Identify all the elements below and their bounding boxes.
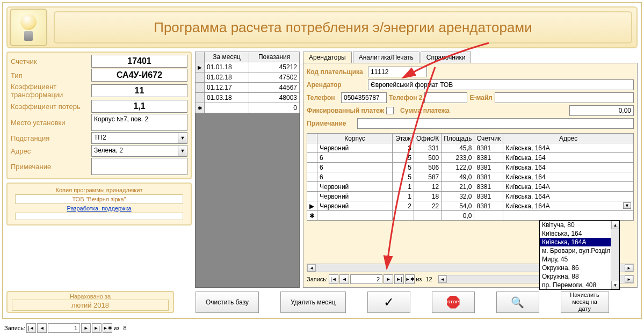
- field-type[interactable]: СА4У-И672: [91, 69, 187, 82]
- premises-cell[interactable]: 45,8: [442, 143, 474, 153]
- row-selector[interactable]: [307, 172, 317, 182]
- confirm-button[interactable]: ✓: [367, 292, 410, 313]
- premises-cell[interactable]: 3: [393, 143, 414, 153]
- footer-nav-current[interactable]: [48, 323, 80, 333]
- col-korpus[interactable]: Корпус: [317, 134, 393, 143]
- premises-cell[interactable]: 18: [414, 192, 442, 201]
- footer-nav-new[interactable]: ►✱: [103, 323, 112, 333]
- premises-cell[interactable]: Київська, 164А: [503, 143, 634, 153]
- readings-table[interactable]: За месяцПоказания ▶01.01.1845212 01.02.1…: [195, 52, 300, 113]
- premises-table[interactable]: Корпус Этаж Офис/К Площадь Счетчик Адрес…: [307, 133, 634, 221]
- premises-cell[interactable]: 331: [414, 143, 442, 153]
- premises-cell[interactable]: 587: [414, 172, 442, 182]
- premises-cell[interactable]: 2: [393, 201, 414, 211]
- nav-first-button[interactable]: |◄: [329, 274, 338, 284]
- accrual-period[interactable]: лютий 2018: [12, 300, 169, 311]
- col-office[interactable]: Офис/К: [414, 134, 442, 143]
- readings-cell[interactable]: 01.01.18: [205, 62, 249, 72]
- cell-dropdown-button[interactable]: ▼: [623, 202, 631, 209]
- premises-cell[interactable]: 54,0: [442, 201, 474, 211]
- premises-cell[interactable]: 12: [414, 182, 442, 192]
- field-koef-loss[interactable]: 1,1: [91, 100, 187, 113]
- readings-cell[interactable]: 44567: [249, 83, 300, 93]
- input-tenant-note[interactable]: [357, 118, 634, 129]
- premises-cell[interactable]: 49,0: [442, 172, 474, 182]
- col-address[interactable]: Адрес: [503, 134, 634, 143]
- nav-new-button[interactable]: ►✱: [405, 274, 415, 284]
- readings-cell[interactable]: 01.12.17: [205, 83, 249, 93]
- field-koef-trans[interactable]: 11: [91, 84, 187, 97]
- readings-cell[interactable]: 01.02.18: [205, 72, 249, 83]
- premises-cell[interactable]: Червоний: [317, 182, 393, 192]
- premises-cell[interactable]: 6: [317, 153, 393, 163]
- row-selector[interactable]: [307, 192, 317, 201]
- premises-cell[interactable]: 8381: [474, 163, 503, 172]
- readings-cell[interactable]: 0: [249, 103, 300, 113]
- col-value[interactable]: Показания: [249, 52, 300, 62]
- col-area[interactable]: Площадь: [442, 134, 474, 143]
- premises-cell[interactable]: Червоний: [317, 201, 393, 211]
- premises-cell[interactable]: Київська, 164: [503, 172, 634, 182]
- col-month[interactable]: За месяц: [205, 52, 249, 62]
- premises-cell[interactable]: 5: [393, 153, 414, 163]
- readings-cell[interactable]: 01.03.18: [205, 93, 249, 103]
- premises-cell[interactable]: 22: [414, 201, 442, 211]
- premises-cell[interactable]: 122,0: [442, 163, 474, 172]
- search-button[interactable]: 🔍: [496, 292, 539, 313]
- premises-cell[interactable]: 233,0: [442, 153, 474, 163]
- row-selector[interactable]: [307, 163, 317, 172]
- dropdown-item[interactable]: Київська, 164А: [540, 238, 619, 246]
- premises-cell[interactable]: 8381: [474, 182, 503, 192]
- premises-cell[interactable]: Червоний: [317, 192, 393, 201]
- footer-nav-next[interactable]: ►: [81, 323, 91, 333]
- footer-nav-prev[interactable]: ◄: [37, 323, 47, 333]
- input-email[interactable]: [495, 92, 634, 103]
- dropdown-item[interactable]: Окружна, 88: [540, 272, 619, 281]
- premises-cell[interactable]: 5: [393, 163, 414, 172]
- dropdown-item[interactable]: Миру, 45: [540, 255, 619, 264]
- checkbox-fixed-pay[interactable]: [386, 107, 394, 114]
- dropdown-item[interactable]: Окружна, 86: [540, 264, 619, 272]
- input-pay-sum[interactable]: [569, 105, 634, 116]
- tab-analytics[interactable]: Аналитика/Печать: [353, 52, 419, 63]
- tab-references[interactable]: Справочники: [421, 52, 472, 63]
- premises-cell[interactable]: 1: [393, 192, 414, 201]
- premises-cell[interactable]: 21,0: [442, 182, 474, 192]
- premises-cell[interactable]: 506: [414, 163, 442, 172]
- nav-next-button[interactable]: ►: [383, 274, 393, 284]
- col-meter[interactable]: Счетчик: [474, 134, 503, 143]
- premises-cell[interactable]: Червоний: [317, 143, 393, 153]
- footer-nav-last[interactable]: ►|: [92, 323, 102, 333]
- dropdown-item[interactable]: пр. Перемоги, 408: [540, 281, 619, 289]
- premises-cell[interactable]: 8381: [474, 192, 503, 201]
- scroll-right-icon[interactable]: ►: [625, 275, 633, 283]
- premises-cell[interactable]: 1: [393, 182, 414, 192]
- input-phone[interactable]: [341, 92, 387, 103]
- input-payer-code[interactable]: [368, 67, 427, 77]
- input-phone2[interactable]: [424, 92, 467, 103]
- tab-tenants[interactable]: Арендаторы: [303, 52, 352, 63]
- footer-nav-first[interactable]: |◄: [26, 323, 36, 333]
- dropdown-item[interactable]: Київська, 164: [540, 229, 619, 238]
- field-location[interactable]: Корпус №7, пов. 2: [91, 114, 187, 131]
- dd-scroll-up[interactable]: ▲: [611, 221, 619, 229]
- dropdown-item[interactable]: м. Бровари, вул.Розділ: [540, 246, 619, 255]
- substation-dropdown-button[interactable]: ▼: [178, 132, 187, 144]
- premises-cell[interactable]: 6: [317, 172, 393, 182]
- premises-cell[interactable]: 0,0: [442, 211, 474, 221]
- premises-cell[interactable]: 8381: [474, 201, 503, 211]
- field-counter[interactable]: 17401: [91, 55, 187, 68]
- premises-cell[interactable]: 8381: [474, 153, 503, 163]
- premises-cell[interactable]: Київська, 164: [503, 153, 634, 163]
- field-substation[interactable]: ТП2: [91, 132, 178, 144]
- calc-month-button[interactable]: Начислить месяц на дату: [561, 292, 609, 313]
- row-selector[interactable]: [307, 153, 317, 163]
- stop-button[interactable]: STOP: [432, 292, 475, 313]
- premises-cell[interactable]: Київська, 164А: [503, 182, 634, 192]
- address-dropdown-button[interactable]: ▼: [178, 145, 187, 157]
- address-dropdown-list[interactable]: ▲▼ Квітуча, 80Київська, 164Київська, 164…: [539, 220, 620, 290]
- premises-cell[interactable]: Київська, 164А▼: [503, 201, 634, 211]
- field-address[interactable]: Зелена, 2: [91, 145, 178, 157]
- delete-month-button[interactable]: Удалить месяц: [280, 292, 345, 313]
- col-floor[interactable]: Этаж: [393, 134, 414, 143]
